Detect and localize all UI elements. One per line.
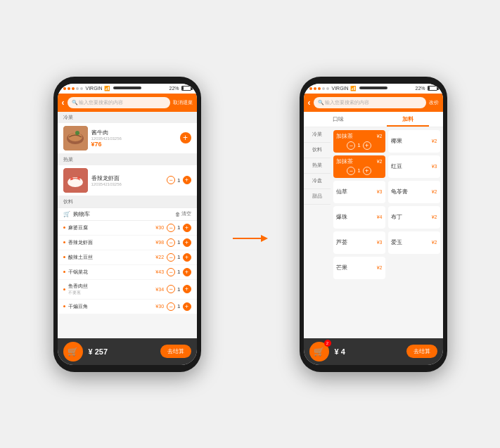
- r-carrier-name: VIRGIN: [332, 86, 349, 91]
- status-bar-left: VIRGIN 📶 22%: [58, 84, 197, 94]
- back-button-left[interactable]: ‹: [62, 98, 65, 108]
- topping-item-yeguo[interactable]: 椰果 ¥2: [388, 130, 440, 153]
- topping-item-buding[interactable]: 布丁 ¥2: [388, 206, 440, 229]
- cart-item-name-6: 干煸豆角: [68, 303, 153, 310]
- signal-dot-5: [80, 87, 83, 90]
- cart-minus-3[interactable]: −: [167, 253, 175, 262]
- topping-item-guilinggao[interactable]: 龟苓膏 ¥2: [388, 181, 440, 203]
- cart-item-price-6: ¥30: [155, 304, 164, 309]
- tab-kouwei[interactable]: 口味: [304, 112, 373, 127]
- topping-yeguo-row: 椰果 ¥2: [391, 138, 437, 145]
- topping-name-matcha-2: 加抹茶: [336, 158, 353, 165]
- cart-qty-num-1: 1: [177, 224, 180, 231]
- signal-dot-1: [63, 87, 66, 90]
- topping-item-matcha-1[interactable]: 加抹茶 ¥2 − 1 +: [333, 130, 385, 153]
- cart-dot-6: [63, 305, 65, 307]
- cart-header: 🛒 购物车 🗑 清空: [58, 207, 197, 221]
- food-image-1: [63, 126, 88, 151]
- food-img-bg-2: [63, 168, 88, 193]
- cart-plus-3[interactable]: +: [183, 253, 191, 262]
- cart-qty-num-6: 1: [177, 303, 180, 309]
- cart-plus-4[interactable]: +: [183, 268, 191, 276]
- signal-dot-4: [76, 87, 79, 90]
- back-button-right[interactable]: ‹: [308, 98, 311, 108]
- cart-qty-num-3: 1: [177, 254, 180, 260]
- search-box-left[interactable]: 🔍 输入您要搜索的内容: [68, 97, 170, 108]
- topping-cat-yinliao[interactable]: 饮料: [304, 143, 331, 158]
- cart-minus-5[interactable]: −: [167, 285, 175, 293]
- topping-item-baozhu[interactable]: 爆珠 ¥4: [333, 206, 385, 229]
- topping-price-aiyu: ¥2: [432, 240, 437, 245]
- add-food-btn-1[interactable]: +: [180, 132, 191, 143]
- cart-plus-1[interactable]: +: [183, 224, 191, 232]
- cart-item-maboloudou: 麻婆豆腐 ¥30 − 1 +: [58, 221, 197, 236]
- cart-plus-2[interactable]: +: [183, 238, 191, 247]
- topping-price-mangguo: ¥2: [377, 265, 383, 270]
- topping-minus-matcha-1[interactable]: −: [347, 141, 355, 150]
- cart-item-lobster: 香辣龙虾面 ¥98 − 1 +: [58, 236, 197, 250]
- topping-plus-matcha-1[interactable]: +: [363, 141, 371, 150]
- search-placeholder-right: 🔍 输入您要搜索的内容: [318, 99, 370, 106]
- signal-dot-2: [68, 87, 70, 90]
- r-signal-4: [322, 87, 325, 90]
- food-code-2: 1203542103256: [91, 182, 164, 186]
- cart-item-beans: 干煸豆角 ¥30 − 1 +: [58, 300, 197, 314]
- topping-item-matcha-2[interactable]: 加抹茶 ¥2 − 1 +: [333, 155, 385, 178]
- battery-fill: [182, 87, 184, 90]
- qty-control-2: − 1 +: [167, 176, 191, 184]
- cart-badge-right: 2: [324, 340, 331, 347]
- food-name-1: 酱牛肉: [91, 129, 177, 136]
- topping-price-yeguo: ¥2: [432, 139, 437, 143]
- arrow-container: [229, 231, 271, 245]
- topping-cat-recai[interactable]: 热菜: [304, 158, 331, 174]
- cancel-action[interactable]: 取消退菜: [173, 99, 193, 106]
- left-bottom-bar: 🛒 ¥ 257 去结算: [58, 338, 197, 365]
- cart-minus-6[interactable]: −: [167, 302, 175, 311]
- cart-minus-4[interactable]: −: [167, 268, 175, 276]
- cart-qty-6: − 1 +: [167, 302, 191, 311]
- topping-cat-lengcai[interactable]: 冷菜: [304, 127, 331, 143]
- cart-item-name-1: 麻婆豆腐: [68, 224, 153, 231]
- topping-cat-tianpin[interactable]: 甜品: [304, 189, 331, 205]
- topping-luhui-row: 芦荟 ¥3: [336, 239, 383, 246]
- food-img-bg-1: [63, 126, 88, 151]
- topping-price-luhui: ¥3: [377, 240, 383, 245]
- qty-plus-2[interactable]: +: [183, 176, 191, 184]
- search-box-right[interactable]: 🔍 输入您要搜索的内容: [314, 97, 426, 108]
- topping-plus-matcha-2[interactable]: +: [363, 167, 371, 175]
- category-label-lengcai: 冷菜: [58, 112, 197, 123]
- change-price-action[interactable]: 改价: [429, 99, 439, 106]
- wifi-icon: 📶: [104, 86, 110, 91]
- arrow-svg: [233, 231, 268, 245]
- topping-name-guilinggao: 龟苓膏: [391, 188, 408, 196]
- topping-item-xiancao[interactable]: 仙草 ¥3: [333, 181, 385, 203]
- food-name-2: 香辣龙虾面: [91, 174, 164, 182]
- cart-dot-5: [63, 288, 65, 290]
- cart-qty-2: − 1 +: [167, 238, 191, 247]
- topping-item-mangguo[interactable]: 芒果 ¥2: [333, 257, 385, 279]
- cart-item-name-4: 干锅菜花: [68, 269, 153, 276]
- food-image-2: [63, 168, 88, 193]
- cart-plus-6[interactable]: +: [183, 302, 191, 311]
- cart-minus-1[interactable]: −: [167, 224, 175, 232]
- cart-icon-left[interactable]: 🛒: [63, 342, 83, 361]
- tab-jialiao[interactable]: 加料: [373, 112, 443, 127]
- topping-content: 冷菜 饮料 热菜 冷盘 甜品: [304, 127, 443, 338]
- cart-minus-2[interactable]: −: [167, 238, 175, 247]
- cart-item-name-2: 香辣龙虾面: [68, 239, 153, 246]
- topping-item-aiyu[interactable]: 爱玉 ¥2: [388, 231, 440, 254]
- right-checkout-btn[interactable]: 去结算: [406, 345, 437, 358]
- qty-num-2: 1: [177, 177, 180, 184]
- cart-item-price-4: ¥43: [155, 269, 164, 274]
- topping-item-luhui[interactable]: 芦荟 ¥3: [333, 231, 385, 254]
- topping-name-aiyu: 爱玉: [391, 239, 402, 246]
- carrier-info: VIRGIN 📶: [63, 86, 110, 91]
- left-checkout-btn[interactable]: 去结算: [160, 345, 191, 358]
- topping-minus-matcha-2[interactable]: −: [347, 167, 355, 175]
- cart-clear-btn[interactable]: 🗑 清空: [175, 210, 191, 217]
- topping-item-hongdou[interactable]: 红豆 ¥3: [388, 155, 440, 178]
- cart-icon-right[interactable]: 🛒 2: [309, 342, 329, 361]
- qty-minus-2[interactable]: −: [167, 176, 175, 184]
- cart-plus-5[interactable]: +: [183, 285, 191, 293]
- topping-cat-lengpan[interactable]: 冷盘: [304, 174, 331, 189]
